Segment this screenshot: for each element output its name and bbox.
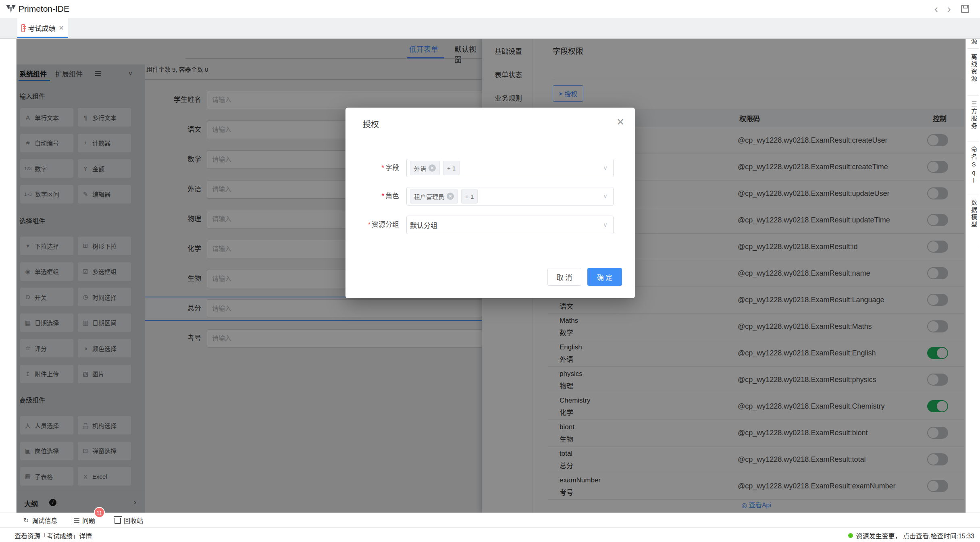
status-right[interactable]: 资源发生变更， 点击查看,检查时间:15:33 <box>848 531 974 540</box>
app-window: Primeton-IDE ‹ › 考试成绩 ✕ 资源 数据源离线资源三方服务命名… <box>0 0 980 542</box>
selected-value: 默认分组 <box>410 220 437 230</box>
tab-exam-result[interactable]: 考试成绩 ✕ <box>17 18 68 38</box>
right-rail-item-5[interactable]: 数据模型 <box>970 199 978 228</box>
chevron-down-icon: ∨ <box>603 221 608 228</box>
left-rail: 资源 <box>0 18 17 513</box>
title-bar: Primeton-IDE ‹ › <box>0 0 980 19</box>
tab-close-icon[interactable]: ✕ <box>59 24 64 32</box>
toolbar-item-recycle-bin[interactable]: 回收站 <box>114 513 143 527</box>
tag-remove-icon[interactable]: ✕ <box>447 193 454 200</box>
modal-field-row-角色: *角色租户管理员✕+ 1∨ <box>345 187 635 206</box>
right-rail-item-3[interactable]: 三方服务 <box>970 101 978 130</box>
chevron-down-icon: ∨ <box>603 193 608 200</box>
nav-forward-icon[interactable]: › <box>947 2 951 16</box>
app-logo-icon <box>6 4 16 15</box>
selected-tag[interactable]: 外语✕ <box>410 161 440 175</box>
modal-field-label: *资源分组 <box>345 216 399 234</box>
nav-back-icon[interactable]: ‹ <box>934 2 938 16</box>
document-tab-row: 考试成绩 ✕ <box>0 18 980 39</box>
modal-close-icon[interactable]: ✕ <box>616 117 624 127</box>
required-asterisk: * <box>381 164 384 172</box>
right-rail-separator <box>968 48 979 49</box>
right-rail-separator <box>968 141 979 141</box>
toolbar-item-label: 调试信息 <box>31 515 57 525</box>
tag-remove-icon[interactable]: ✕ <box>429 164 436 172</box>
modal-select-资源分组[interactable]: 默认分组∨ <box>406 216 614 234</box>
issues-count-badge: 11 <box>94 507 105 518</box>
active-tab-indicator <box>17 37 68 38</box>
form-doc-icon <box>21 24 25 32</box>
right-rail-item-2[interactable]: 离线资源 <box>970 54 978 83</box>
right-rail-separator <box>968 195 979 195</box>
more-tags-chip: + 1 <box>461 189 478 204</box>
cancel-button[interactable]: 取 消 <box>547 268 581 286</box>
status-right-text: 资源发生变更， 点击查看,检查时间:15:33 <box>856 531 974 540</box>
right-rail-separator <box>968 96 979 96</box>
status-green-dot-icon <box>848 533 853 538</box>
toolbar-item-issues[interactable]: 问题 <box>74 513 95 527</box>
required-asterisk: * <box>368 221 370 228</box>
authorize-modal: 授权 ✕ *字段外语✕+ 1∨*角色租户管理员✕+ 1∨*资源分组默认分组∨ 取… <box>345 108 635 298</box>
debug-info-icon: ↻ <box>23 517 29 524</box>
modal-field-label: *字段 <box>345 159 399 177</box>
toolbar-item-debug-info[interactable]: ↻调试信息 <box>23 513 57 527</box>
issues-icon <box>74 518 79 519</box>
confirm-button[interactable]: 确 定 <box>587 268 622 286</box>
recycle-bin-icon <box>114 518 121 524</box>
chevron-down-icon: ∨ <box>603 164 608 172</box>
app-title: Primeton-IDE <box>19 4 69 14</box>
modal-select-字段[interactable]: 外语✕+ 1∨ <box>406 159 614 177</box>
modal-select-角色[interactable]: 租户管理员✕+ 1∨ <box>406 187 614 206</box>
status-left-text[interactable]: 查看资源「考试成绩」详情 <box>15 531 92 540</box>
modal-field-label: *角色 <box>345 187 399 206</box>
modal-title: 授权 <box>363 118 379 130</box>
bottom-toolbar: ↻调试信息问题11回收站 <box>0 513 980 527</box>
toolbar-item-label: 问题 <box>82 515 95 525</box>
right-rail-separator <box>968 248 979 248</box>
toolbar-item-label: 回收站 <box>124 515 143 525</box>
save-icon[interactable] <box>961 5 969 13</box>
right-rail: 数据源离线资源三方服务命名Sql数据模型 <box>965 18 980 513</box>
modal-field-row-字段: *字段外语✕+ 1∨ <box>345 159 635 177</box>
selected-tag[interactable]: 租户管理员✕ <box>410 189 458 204</box>
right-rail-item-4[interactable]: 命名Sql <box>970 146 978 185</box>
more-tags-chip: + 1 <box>443 161 460 175</box>
modal-field-row-资源分组: *资源分组默认分组∨ <box>345 216 635 234</box>
required-asterisk: * <box>381 192 384 200</box>
tab-label: 考试成绩 <box>28 23 56 33</box>
status-bar: 查看资源「考试成绩」详情 资源发生变更， 点击查看,检查时间:15:33 <box>0 527 980 542</box>
